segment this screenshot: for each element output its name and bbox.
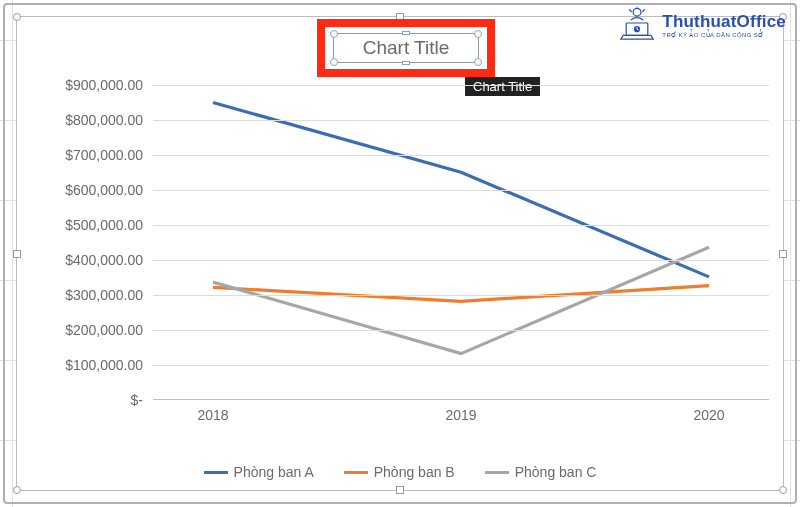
gridline bbox=[153, 225, 769, 226]
gridline bbox=[153, 85, 769, 86]
y-axis-tick: $400,000.00 bbox=[49, 252, 149, 268]
svg-point-0 bbox=[633, 8, 641, 16]
resize-handle[interactable] bbox=[779, 250, 787, 258]
legend[interactable]: Phòng ban APhòng ban BPhòng ban C bbox=[17, 464, 783, 480]
resize-handle[interactable] bbox=[330, 30, 338, 38]
watermark-subtitle: TRỢ KÝ ẢO CỦA DÂN CÔNG SỞ bbox=[662, 32, 786, 38]
legend-label: Phòng ban C bbox=[515, 464, 597, 480]
y-axis-tick: $600,000.00 bbox=[49, 182, 149, 198]
legend-swatch bbox=[485, 471, 509, 474]
watermark-name: ThuthuatOffice bbox=[662, 13, 786, 30]
resize-handle[interactable] bbox=[330, 58, 338, 66]
legend-item[interactable]: Phòng ban C bbox=[485, 464, 597, 480]
legend-item[interactable]: Phòng ban A bbox=[204, 464, 314, 480]
gridline bbox=[153, 295, 769, 296]
legend-item[interactable]: Phòng ban B bbox=[344, 464, 455, 480]
y-axis-tick: $100,000.00 bbox=[49, 357, 149, 373]
chart-title-textbox[interactable]: Chart Title bbox=[333, 33, 479, 63]
resize-handle[interactable] bbox=[474, 58, 482, 66]
y-axis-tick: $900,000.00 bbox=[49, 77, 149, 93]
legend-label: Phòng ban B bbox=[374, 464, 455, 480]
plot-region: $-$100,000.00$200,000.00$300,000.00$400,… bbox=[49, 85, 769, 415]
resize-handle[interactable] bbox=[779, 486, 787, 494]
gridline bbox=[153, 120, 769, 121]
y-axis-tick: $800,000.00 bbox=[49, 112, 149, 128]
y-axis-tick: $700,000.00 bbox=[49, 147, 149, 163]
x-axis-tick: 2018 bbox=[197, 407, 228, 423]
chart-lines bbox=[153, 85, 769, 399]
chart-title-text: Chart Title bbox=[363, 37, 450, 59]
gridline bbox=[153, 155, 769, 156]
plot-area bbox=[153, 85, 769, 400]
legend-label: Phòng ban A bbox=[234, 464, 314, 480]
y-axis: $-$100,000.00$200,000.00$300,000.00$400,… bbox=[49, 85, 149, 415]
x-axis-tick: 2020 bbox=[693, 407, 724, 423]
y-axis-tick: $- bbox=[49, 392, 149, 408]
legend-swatch bbox=[344, 471, 368, 474]
resize-handle[interactable] bbox=[474, 30, 482, 38]
y-axis-tick: $500,000.00 bbox=[49, 217, 149, 233]
gridline bbox=[153, 260, 769, 261]
y-axis-tick: $200,000.00 bbox=[49, 322, 149, 338]
watermark-logo: ThuthuatOffice TRỢ KÝ ẢO CỦA DÂN CÔNG SỞ bbox=[618, 6, 786, 44]
resize-handle[interactable] bbox=[402, 31, 410, 35]
x-axis-tick: 2019 bbox=[445, 407, 476, 423]
resize-handle[interactable] bbox=[13, 250, 21, 258]
person-laptop-icon bbox=[618, 6, 656, 44]
y-axis-tick: $300,000.00 bbox=[49, 287, 149, 303]
gridline bbox=[153, 330, 769, 331]
chart-object[interactable]: Chart Title Chart Title $-$100,000.00$20… bbox=[16, 16, 784, 491]
resize-handle[interactable] bbox=[396, 486, 404, 494]
gridline bbox=[153, 365, 769, 366]
gridline bbox=[153, 190, 769, 191]
resize-handle[interactable] bbox=[402, 61, 410, 65]
legend-swatch bbox=[204, 471, 228, 474]
series-line[interactable] bbox=[213, 286, 709, 302]
resize-handle[interactable] bbox=[13, 13, 21, 21]
resize-handle[interactable] bbox=[13, 486, 21, 494]
